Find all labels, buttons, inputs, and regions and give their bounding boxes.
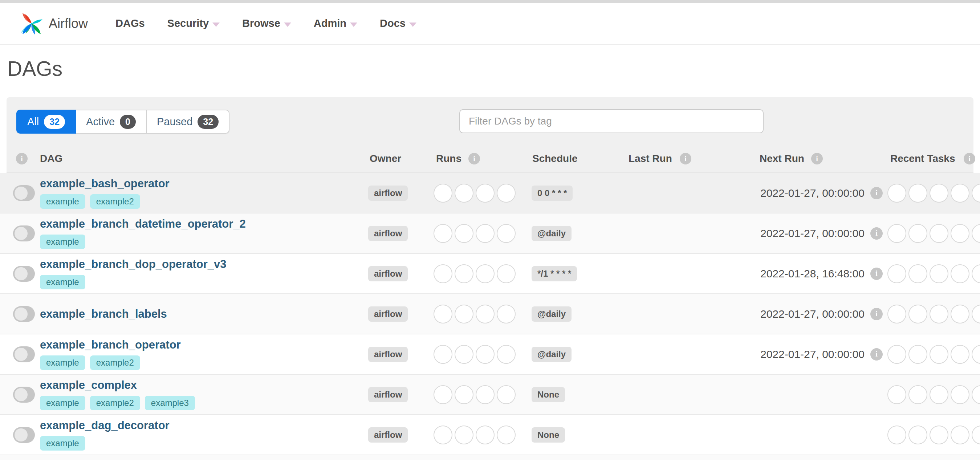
task-status-circle[interactable]: [972, 345, 980, 364]
run-status-circle[interactable]: [497, 305, 515, 323]
info-icon[interactable]: i: [870, 227, 883, 240]
dag-tag[interactable]: example: [40, 436, 85, 450]
run-status-circle[interactable]: [476, 224, 495, 243]
info-icon[interactable]: i: [964, 153, 975, 164]
task-status-circle[interactable]: [951, 264, 969, 283]
info-icon[interactable]: i: [811, 153, 823, 164]
run-status-circle[interactable]: [455, 305, 474, 323]
task-status-circle[interactable]: [888, 425, 906, 444]
run-status-circle[interactable]: [434, 385, 452, 404]
dag-name-link[interactable]: example_complex: [40, 379, 195, 392]
run-status-circle[interactable]: [497, 385, 515, 404]
task-status-circle[interactable]: [951, 305, 969, 323]
task-status-circle[interactable]: [929, 385, 948, 404]
dag-name-link[interactable]: example_bash_operator: [40, 177, 170, 190]
run-status-circle[interactable]: [497, 224, 515, 243]
run-status-circle[interactable]: [434, 305, 452, 323]
run-status-circle[interactable]: [455, 264, 474, 283]
run-status-circle[interactable]: [434, 345, 452, 364]
task-status-circle[interactable]: [929, 264, 948, 283]
task-status-circle[interactable]: [908, 385, 928, 404]
run-status-circle[interactable]: [476, 305, 495, 323]
task-status-circle[interactable]: [888, 184, 906, 202]
airflow-brand[interactable]: Airflow: [20, 9, 88, 38]
dag-pause-toggle[interactable]: [13, 427, 35, 443]
task-status-circle[interactable]: [908, 224, 928, 243]
dag-pause-toggle[interactable]: [13, 346, 35, 362]
run-status-circle[interactable]: [434, 224, 452, 243]
task-status-circle[interactable]: [908, 345, 928, 364]
run-status-circle[interactable]: [476, 385, 495, 404]
task-status-circle[interactable]: [951, 425, 969, 444]
dag-tag[interactable]: example: [40, 234, 85, 249]
tab-paused[interactable]: Paused32: [147, 110, 229, 134]
run-status-circle[interactable]: [497, 425, 515, 444]
task-status-circle[interactable]: [972, 264, 980, 283]
dag-tag[interactable]: example: [40, 396, 85, 410]
task-status-circle[interactable]: [951, 385, 969, 404]
dag-pause-toggle[interactable]: [13, 226, 35, 242]
schedule-badge[interactable]: 0 0 * * *: [531, 186, 573, 201]
task-status-circle[interactable]: [951, 224, 969, 243]
schedule-badge[interactable]: @daily: [531, 306, 571, 322]
run-status-circle[interactable]: [455, 224, 474, 243]
info-icon[interactable]: i: [870, 308, 883, 320]
task-status-circle[interactable]: [972, 305, 980, 323]
run-status-circle[interactable]: [455, 425, 474, 444]
task-status-circle[interactable]: [908, 264, 928, 283]
schedule-badge[interactable]: None: [531, 427, 565, 442]
task-status-circle[interactable]: [888, 345, 906, 364]
run-status-circle[interactable]: [455, 385, 474, 404]
info-icon[interactable]: i: [680, 153, 691, 164]
task-status-circle[interactable]: [908, 425, 928, 444]
task-status-circle[interactable]: [951, 184, 969, 202]
run-status-circle[interactable]: [434, 425, 452, 444]
run-status-circle[interactable]: [497, 264, 515, 283]
task-status-circle[interactable]: [929, 184, 948, 202]
tab-all[interactable]: All32: [16, 110, 76, 134]
tag-filter-input[interactable]: [459, 109, 764, 133]
task-status-circle[interactable]: [888, 305, 906, 323]
nav-item-docs[interactable]: Docs: [380, 18, 417, 29]
task-status-circle[interactable]: [908, 184, 928, 202]
dag-name-link[interactable]: example_branch_labels: [40, 307, 167, 321]
task-status-circle[interactable]: [929, 345, 948, 364]
dag-tag[interactable]: example: [40, 194, 85, 209]
dag-tag[interactable]: example: [40, 275, 85, 290]
dag-pause-toggle[interactable]: [13, 387, 35, 403]
task-status-circle[interactable]: [972, 385, 980, 404]
dag-pause-toggle[interactable]: [13, 185, 35, 201]
run-status-circle[interactable]: [476, 264, 495, 283]
task-status-circle[interactable]: [951, 345, 969, 364]
task-status-circle[interactable]: [929, 224, 948, 243]
task-status-circle[interactable]: [972, 224, 980, 243]
dag-pause-toggle[interactable]: [13, 266, 35, 282]
run-status-circle[interactable]: [497, 345, 515, 364]
dag-tag[interactable]: example: [40, 355, 85, 370]
run-status-circle[interactable]: [476, 425, 495, 444]
info-icon[interactable]: i: [870, 267, 883, 280]
nav-item-security[interactable]: Security: [167, 18, 220, 29]
run-status-circle[interactable]: [455, 345, 474, 364]
task-status-circle[interactable]: [929, 425, 948, 444]
dag-name-link[interactable]: example_branch_operator: [40, 338, 181, 352]
task-status-circle[interactable]: [972, 425, 980, 444]
nav-item-dags[interactable]: DAGs: [116, 18, 145, 29]
nav-item-admin[interactable]: Admin: [314, 18, 357, 29]
schedule-badge[interactable]: */1 * * * *: [531, 266, 577, 282]
run-status-circle[interactable]: [434, 264, 452, 283]
info-icon[interactable]: i: [468, 153, 480, 164]
schedule-badge[interactable]: None: [531, 387, 565, 402]
run-status-circle[interactable]: [476, 184, 495, 202]
task-status-circle[interactable]: [972, 184, 980, 202]
task-status-circle[interactable]: [908, 305, 928, 323]
dag-name-link[interactable]: example_branch_datetime_operator_2: [40, 218, 246, 231]
dag-tag[interactable]: example2: [90, 194, 140, 209]
nav-item-browse[interactable]: Browse: [242, 18, 291, 29]
dag-tag[interactable]: example2: [90, 396, 140, 410]
run-status-circle[interactable]: [476, 345, 495, 364]
task-status-circle[interactable]: [888, 224, 906, 243]
dag-name-link[interactable]: example_branch_dop_operator_v3: [40, 258, 226, 271]
task-status-circle[interactable]: [888, 385, 906, 404]
task-status-circle[interactable]: [929, 305, 948, 323]
